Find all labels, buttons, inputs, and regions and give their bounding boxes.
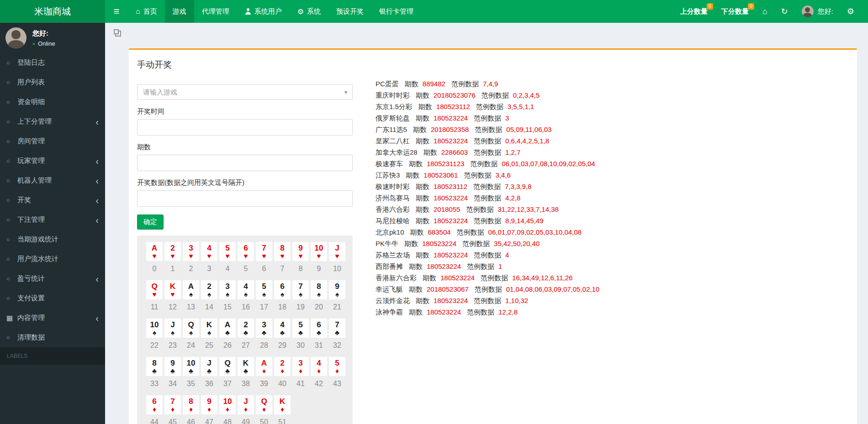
sidebar-item-7[interactable]: ○机器人管理‹ (0, 171, 105, 190)
card-cell-31[interactable]: 6♣31 (310, 319, 328, 357)
card-cell-22[interactable]: 10♠22 (145, 319, 164, 357)
settings-gears-icon[interactable]: ⚙ (847, 7, 854, 16)
card-cell-40[interactable]: 2♦40 (273, 357, 291, 395)
card-cell-0[interactable]: A♥0 (145, 242, 164, 280)
navbar-item-3[interactable]: 代理管理 (194, 0, 237, 23)
navbar-item-label: 银行卡管理 (379, 7, 413, 16)
card-cell-49[interactable]: J♦49 (237, 395, 255, 424)
card-cell-11[interactable]: Q♥11 (145, 280, 164, 319)
card-cell-14[interactable]: 2♠14 (200, 280, 218, 319)
sidebar-item-8[interactable]: ○开奖‹ (0, 190, 105, 210)
card-cell-1[interactable]: 2♥1 (164, 242, 182, 280)
card-cell-5[interactable]: 6♥5 (237, 242, 255, 280)
home-icon[interactable]: ⌂ (762, 7, 767, 16)
card-cell-47[interactable]: 9♦47 (200, 395, 218, 424)
draw-data-input[interactable] (137, 190, 353, 207)
game-name: 西部番摊 (376, 262, 403, 270)
card-cell-28[interactable]: 3♣28 (255, 319, 273, 357)
up-score-button[interactable]: 上分数量 0 (680, 7, 708, 16)
card-cell-2[interactable]: 3♥2 (182, 242, 200, 280)
window-restore-icon[interactable] (115, 31, 121, 37)
period-value: 180523224 (434, 297, 468, 304)
sidebar-item-13[interactable]: ○支付设置 (0, 288, 105, 308)
card-cell-17[interactable]: 5♠17 (255, 280, 273, 319)
navbar-item-6[interactable]: 预设开奖 (328, 0, 371, 23)
playing-card: 2♣ (238, 319, 254, 338)
brand-logo[interactable]: 米珈商城 (0, 0, 105, 23)
card-cell-26[interactable]: A♣26 (218, 319, 237, 357)
down-score-button[interactable]: 下分数量 0 (721, 7, 749, 16)
card-cell-25[interactable]: K♠25 (200, 319, 218, 357)
playing-card: 8♠ (311, 280, 327, 299)
card-cell-37[interactable]: Q♣37 (218, 357, 237, 395)
card-cell-7[interactable]: 8♥7 (273, 242, 291, 280)
refresh-icon[interactable]: ↻ (781, 7, 788, 16)
card-cell-33[interactable]: 8♣33 (145, 357, 164, 395)
card-cell-12[interactable]: K♥12 (164, 280, 182, 319)
card-cell-19[interactable]: 7♠19 (291, 280, 310, 319)
card-cell-41[interactable]: 3♦41 (291, 357, 310, 395)
card-cell-10[interactable]: J♥10 (328, 242, 346, 280)
card-cell-36[interactable]: J♣36 (200, 357, 218, 395)
period-input[interactable] (137, 155, 353, 171)
card-cell-32[interactable]: 7♣32 (328, 319, 346, 357)
card-cell-48[interactable]: 10♦48 (218, 395, 237, 424)
draw-time-input[interactable] (137, 119, 353, 136)
playing-card: 7♣ (329, 319, 345, 338)
card-cell-4[interactable]: 5♥4 (218, 242, 237, 280)
card-cell-30[interactable]: 5♣30 (291, 319, 310, 357)
card-cell-6[interactable]: 7♥6 (255, 242, 273, 280)
playing-card: J♦ (238, 395, 254, 414)
user-menu[interactable]: 您好: (802, 5, 833, 17)
card-cell-51[interactable]: K♦51 (273, 395, 291, 424)
sidebar-item-2[interactable]: ○用户列表 (0, 73, 105, 92)
navbar-item-7[interactable]: 银行卡管理 (371, 0, 421, 23)
card-cell-35[interactable]: 10♣35 (182, 357, 200, 395)
sidebar-item-14[interactable]: ▦内容管理‹ (0, 308, 105, 328)
card-cell-44[interactable]: 6♦44 (145, 395, 164, 424)
card-cell-16[interactable]: 4♠16 (237, 280, 255, 319)
period-label: 期数 (416, 91, 429, 99)
card-cell-39[interactable]: A♦39 (255, 357, 273, 395)
card-cell-8[interactable]: 9♥8 (291, 242, 310, 280)
card-cell-46[interactable]: 8♦46 (182, 395, 200, 424)
sidebar-item-9[interactable]: ○下注管理‹ (0, 210, 105, 230)
sidebar-item-5[interactable]: ○房间管理 (0, 131, 105, 151)
sidebar-item-15[interactable]: ○清理数据 (0, 328, 105, 347)
card-cell-34[interactable]: 9♣34 (164, 357, 182, 395)
card-cell-21[interactable]: 9♠21 (328, 280, 346, 319)
sidebar-item-12[interactable]: ○盈亏统计‹ (0, 269, 105, 288)
sidebar-item-10[interactable]: ○当期游戏统计 (0, 230, 105, 249)
card-cell-9[interactable]: 10♥9 (310, 242, 328, 280)
sidebar-item-3[interactable]: ○资金明细 (0, 92, 105, 112)
card-cell-45[interactable]: 7♦45 (164, 395, 182, 424)
navbar-item-5[interactable]: ⚙系统 (290, 0, 328, 23)
chevron-left-icon: ‹ (95, 274, 99, 283)
sidebar-toggle-button[interactable]: ≡ (105, 0, 128, 23)
online-status[interactable]: ● Online (32, 40, 55, 47)
card-cell-42[interactable]: 4♦42 (310, 357, 328, 395)
card-cell-20[interactable]: 8♠20 (310, 280, 328, 319)
card-cell-18[interactable]: 6♠18 (273, 280, 291, 319)
card-cell-29[interactable]: 4♣29 (273, 319, 291, 357)
navbar-item-1[interactable]: ⌂首页 (128, 0, 165, 23)
card-cell-43[interactable]: 5♦43 (328, 357, 346, 395)
sidebar-item-4[interactable]: ○上下分管理‹ (0, 112, 105, 131)
card-rank: K (243, 359, 249, 367)
card-cell-13[interactable]: A♠13 (182, 280, 200, 319)
card-cell-24[interactable]: Q♠24 (182, 319, 200, 357)
card-cell-15[interactable]: 3♠15 (218, 280, 237, 319)
sidebar-item-6[interactable]: ○玩家管理‹ (0, 151, 105, 171)
card-cell-23[interactable]: J♠23 (164, 319, 182, 357)
card-cell-27[interactable]: 2♣27 (237, 319, 255, 357)
navbar-item-4[interactable]: 系统用户 (237, 0, 290, 23)
card-cell-50[interactable]: Q♦50 (255, 395, 273, 424)
playing-card: K♣ (238, 357, 254, 376)
confirm-button[interactable]: 确定 (137, 215, 164, 230)
sidebar-item-1[interactable]: ○登陆日志 (0, 53, 105, 73)
game-select[interactable]: 请输入游戏 ▾ (137, 84, 353, 100)
card-cell-3[interactable]: 4♥3 (200, 242, 218, 280)
sidebar-item-11[interactable]: ○用户流水统计 (0, 249, 105, 269)
card-cell-38[interactable]: K♣38 (237, 357, 255, 395)
navbar-item-2[interactable]: 游戏 (165, 0, 194, 23)
